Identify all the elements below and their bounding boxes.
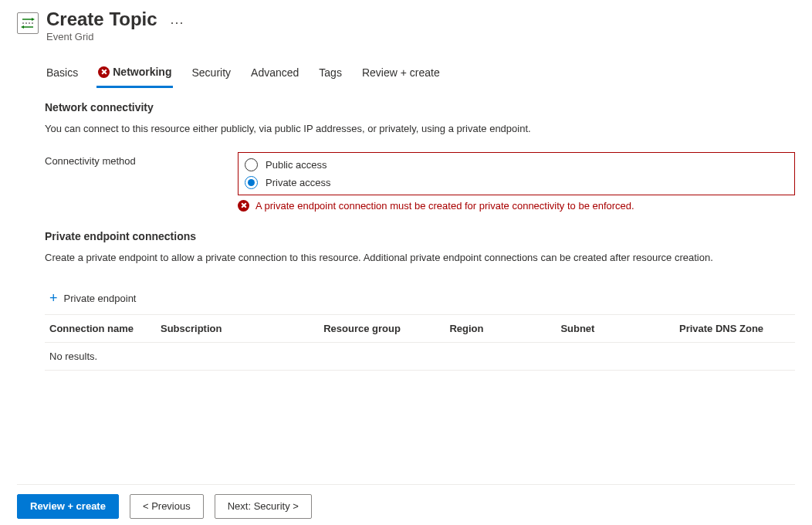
tab-advanced[interactable]: Advanced <box>249 61 300 87</box>
public-access-label: Public access <box>266 159 326 171</box>
public-access-radio[interactable]: Public access <box>242 156 791 174</box>
private-access-radio[interactable]: Private access <box>242 174 791 191</box>
wizard-footer: Review + create < Previous Next: Securit… <box>17 484 795 519</box>
connectivity-error-message: A private endpoint connection must be cr… <box>238 200 795 212</box>
page-subtitle: Event Grid <box>46 31 157 42</box>
error-icon <box>238 200 249 212</box>
tab-tags[interactable]: Tags <box>317 61 343 87</box>
tab-networking-label: Networking <box>113 66 171 78</box>
add-private-endpoint-label: Private endpoint <box>64 293 137 304</box>
svg-marker-4 <box>21 25 24 29</box>
col-subnet[interactable]: Subnet <box>560 323 679 334</box>
add-private-endpoint-button[interactable]: + Private endpoint <box>49 286 136 310</box>
error-message-text: A private endpoint connection must be cr… <box>255 200 634 212</box>
private-access-label: Private access <box>266 177 331 188</box>
tab-basics[interactable]: Basics <box>45 61 80 87</box>
radio-icon <box>245 158 258 171</box>
table-header-row: Connection name Subscription Resource gr… <box>45 315 795 343</box>
svg-marker-3 <box>32 18 35 21</box>
page-header: Create Topic Event Grid ⋯ <box>17 9 795 42</box>
table-empty-row: No results. <box>45 343 795 370</box>
event-grid-icon <box>17 12 39 34</box>
connectivity-method-group: Public access Private access <box>238 152 795 195</box>
col-subscription[interactable]: Subscription <box>161 323 323 334</box>
more-menu[interactable]: ⋯ <box>170 14 184 31</box>
next-button[interactable]: Next: Security > <box>215 494 312 519</box>
private-endpoint-table: Connection name Subscription Resource gr… <box>45 314 795 371</box>
tab-review[interactable]: Review + create <box>360 61 442 87</box>
col-region[interactable]: Region <box>449 323 560 334</box>
review-create-button[interactable]: Review + create <box>17 494 119 519</box>
connectivity-method-label: Connectivity method <box>45 152 238 167</box>
private-endpoint-desc: Create a private endpoint to allow a pri… <box>45 250 795 266</box>
page-title: Create Topic <box>46 9 157 29</box>
col-private-dns-zone[interactable]: Private DNS Zone <box>679 323 790 334</box>
tab-security[interactable]: Security <box>190 61 232 87</box>
col-connection-name[interactable]: Connection name <box>49 323 161 334</box>
plus-icon: + <box>49 291 58 305</box>
previous-button[interactable]: < Previous <box>130 494 204 519</box>
col-resource-group[interactable]: Resource group <box>323 323 449 334</box>
wizard-tabs: Basics Networking Security Advanced Tags… <box>45 61 795 87</box>
tab-networking[interactable]: Networking <box>96 61 173 88</box>
error-icon <box>98 66 110 78</box>
network-connectivity-desc: You can connect to this resource either … <box>45 121 795 137</box>
private-endpoint-title: Private endpoint connections <box>45 230 795 242</box>
network-connectivity-title: Network connectivity <box>45 101 795 113</box>
radio-icon <box>245 176 258 189</box>
